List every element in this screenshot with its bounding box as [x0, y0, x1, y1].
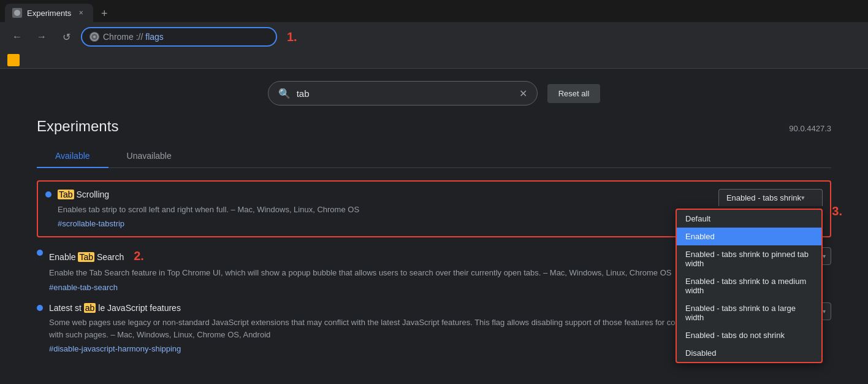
reload-button[interactable]: ↺: [56, 27, 76, 47]
forward-button[interactable]: →: [32, 27, 51, 47]
highlight-tab: Tab: [58, 190, 74, 199]
flag-dot: [37, 305, 43, 311]
site-icon: [89, 32, 99, 42]
dropdown-option-enabled[interactable]: Enabled: [677, 228, 821, 245]
flag-left: Latest st ab le JavaScript features Some…: [37, 302, 726, 355]
tab-strip: Experiments × +: [5, 0, 113, 22]
page-title: Experiments: [37, 118, 118, 135]
flag-title-suffix: Search: [97, 252, 124, 262]
flag-left: Enable Tab Search 2. Enable the Tab Sear…: [37, 247, 726, 293]
search-input[interactable]: tab: [297, 88, 513, 99]
flag-desc: Enables tab strip to scroll left and rig…: [58, 204, 711, 216]
flag-content: Enable Tab Search 2. Enable the Tab Sear…: [49, 247, 726, 293]
flag-row: Tab Scrolling Enables tab strip to scrol…: [45, 189, 823, 229]
search-box[interactable]: 🔍 tab ✕: [268, 81, 538, 106]
dropdown-option-default[interactable]: Default: [677, 210, 821, 228]
svg-point-2: [93, 36, 96, 38]
back-button[interactable]: ←: [7, 27, 27, 47]
chrome-part: Chrome: [103, 32, 134, 42]
flag-title: Latest st ab le JavaScript features: [49, 302, 726, 315]
flag-title: Enable Tab Search 2.: [49, 247, 726, 264]
flag-title-prefix: Enable: [49, 252, 78, 262]
flags-part: flags: [145, 32, 164, 42]
flag-title-suffix: Scrolling: [76, 190, 109, 199]
new-tab-button[interactable]: +: [96, 5, 113, 22]
search-icon: 🔍: [278, 88, 291, 99]
scheme-part: ://: [136, 32, 143, 42]
tab-available[interactable]: Available: [37, 145, 108, 168]
flag-title-prefix: Latest st: [49, 303, 82, 313]
titlebar: Experiments × +: [0, 0, 868, 22]
svg-point-0: [14, 10, 20, 16]
flags-list: Tab Scrolling Enables tab strip to scrol…: [25, 180, 843, 354]
dropdown-option-no-shrink[interactable]: Enabled - tabs do not shrink: [677, 326, 821, 344]
step1-label: 1.: [287, 30, 297, 44]
flag-desc: Some web pages use legacy or non-standar…: [49, 317, 726, 340]
flag-title-suffix: le JavaScript features: [98, 303, 181, 313]
flag-title: Tab Scrolling: [58, 189, 711, 201]
bookmark-bar: [0, 52, 868, 69]
highlight-ab: ab: [84, 303, 96, 313]
dropdown-menu: Default Enabled Enabled - tabs shrink to…: [676, 209, 823, 363]
flag-link[interactable]: #scrollable-tabstrip: [58, 219, 124, 228]
flag-control: Enabled - tabs shrink ▾ Default Enabled …: [718, 189, 823, 206]
version-text: 90.0.4427.3: [789, 124, 831, 133]
flag-left: Tab Scrolling Enables tab strip to scrol…: [45, 189, 711, 229]
chevron-down-icon: ▾: [823, 308, 826, 315]
flag-item-tab-scrolling: Tab Scrolling Enables tab strip to scrol…: [37, 180, 831, 237]
dropdown-option-disabled[interactable]: Disabled: [677, 344, 821, 362]
toolbar: ← → ↺ Chrome :// flags 1.: [0, 22, 868, 52]
page-content: 🔍 tab ✕ Reset all Experiments 90.0.4427.…: [0, 69, 868, 384]
dropdown-value: Enabled - tabs shrink: [726, 193, 801, 202]
dropdown-container: Enabled - tabs shrink ▾ Default Enabled …: [718, 189, 823, 206]
flag-dot: [45, 191, 51, 198]
tab-navigation: Available Unavailable: [37, 145, 831, 168]
address-text: Chrome :// flags: [103, 32, 164, 42]
experiments-header: Experiments 90.0.4427.3: [25, 118, 843, 135]
flag-dot: [37, 250, 43, 256]
tab-unavailable[interactable]: Unavailable: [108, 145, 190, 168]
flag-content: Tab Scrolling Enables tab strip to scrol…: [58, 189, 711, 229]
dropdown-option-medium[interactable]: Enabled - tabs shrink to a medium width: [677, 272, 821, 299]
bookmark-item[interactable]: [7, 54, 20, 66]
search-row: 🔍 tab ✕ Reset all: [25, 81, 843, 106]
active-tab[interactable]: Experiments ×: [5, 4, 93, 22]
highlight-tab2: Tab: [78, 252, 94, 262]
flag-content: Latest st ab le JavaScript features Some…: [49, 302, 726, 355]
step3-label: 3.: [832, 204, 842, 218]
chevron-down-icon: ▾: [801, 194, 805, 202]
tab-favicon: [12, 8, 22, 18]
search-clear-button[interactable]: ✕: [519, 88, 527, 99]
tab-title: Experiments: [27, 9, 71, 18]
flag-link[interactable]: #disable-javascript-harmony-shipping: [49, 344, 181, 353]
tab-close-button[interactable]: ×: [76, 8, 86, 18]
reset-all-button[interactable]: Reset all: [547, 84, 601, 103]
dropdown-option-pinned[interactable]: Enabled - tabs shrink to pinned tab widt…: [677, 245, 821, 272]
dropdown-option-large[interactable]: Enabled - tabs shrink to a large width: [677, 299, 821, 326]
step2-label: 2.: [134, 249, 144, 263]
flag-link[interactable]: #enable-tab-search: [49, 283, 118, 292]
dropdown-header[interactable]: Enabled - tabs shrink ▾: [718, 189, 823, 206]
flag-desc: Enable the Tab Search feature in Top Chr…: [49, 267, 726, 279]
address-bar[interactable]: Chrome :// flags: [81, 27, 277, 47]
chevron-down-icon: ▾: [823, 253, 826, 259]
